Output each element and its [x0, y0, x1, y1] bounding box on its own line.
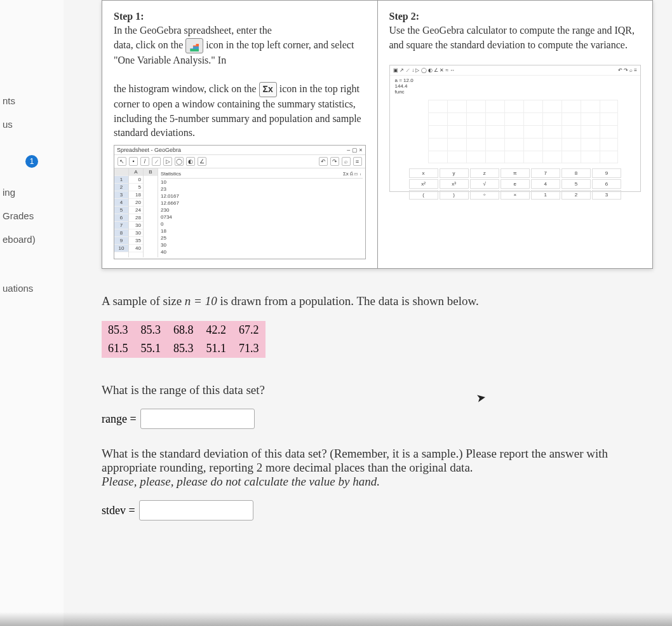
key: y: [440, 168, 469, 178]
stats-header: Statistics: [161, 171, 181, 177]
sidebar-item-ing[interactable]: ing: [0, 180, 64, 204]
stat-row: 10: [161, 179, 363, 186]
data-cell: 51.1: [200, 339, 233, 358]
key: √: [470, 179, 499, 189]
key: 7: [531, 168, 560, 178]
bottom-gradient: [0, 612, 672, 626]
stat-row: 0734: [161, 214, 363, 221]
stat-row: 18: [161, 228, 363, 235]
calc-line: a = 12.0: [395, 78, 636, 83]
data-cell: 85.3: [102, 321, 135, 339]
steps-box: Step 1: In the GeoGebra spreadsheet, ent…: [102, 0, 653, 269]
q2-text: What is the standard deviation of this d…: [102, 447, 608, 474]
step2-title: Step 2:: [389, 11, 420, 22]
intro-b: is drawn from a population. The data is …: [217, 294, 479, 308]
cell: 18: [129, 191, 143, 199]
cell: 30: [129, 229, 143, 237]
mini-toolbar: ↖ • / ⟋ ▷ ◯ ◐ ∠ ↶ ↷ ⌕ ≡: [114, 155, 365, 168]
data-cell: 61.5: [102, 339, 135, 358]
rownum: 6: [114, 214, 128, 222]
stdev-label: stdev =: [102, 504, 135, 517]
cell: 40: [129, 245, 143, 252]
key: π: [501, 168, 530, 178]
stat-row: 0: [161, 221, 363, 228]
cell: 0: [129, 176, 143, 184]
cell: 20: [129, 199, 143, 207]
rownum: 10: [114, 245, 128, 252]
rownum: 3: [114, 191, 128, 199]
poly-tool-icon: ▷: [163, 157, 172, 166]
cell: 5: [129, 184, 143, 191]
pointer-tool-icon: ↖: [118, 157, 126, 166]
key: ): [440, 190, 469, 200]
rownum: 5: [114, 207, 128, 214]
cell: 35: [129, 237, 143, 245]
step1-title: Step 1:: [114, 11, 144, 22]
rownum: 4: [114, 199, 128, 207]
problem-intro: A sample of size n = 10 is drawn from a …: [102, 294, 653, 308]
key: 4: [531, 179, 560, 189]
step1-text-b: data, click on the: [114, 39, 185, 50]
key: 2: [561, 190, 591, 200]
stat-row: 23: [161, 186, 363, 193]
question-1: What is the range of this data set?: [102, 383, 653, 397]
stat-row: 230: [161, 207, 363, 214]
circle-tool-icon: ◯: [175, 157, 184, 166]
key: ×: [501, 190, 530, 200]
calc-toolbar-left: ▣ ↗ ⟋ ↓ ▷ ◯ ◐ ∠ ✕ ≈ ↔: [393, 67, 455, 73]
main-content: Step 1: In the GeoGebra spreadsheet, ent…: [64, 0, 672, 626]
data-cell: 85.3: [135, 321, 168, 339]
key: x³: [440, 179, 469, 189]
key: z: [470, 168, 499, 178]
ellipse-tool-icon: ◐: [186, 157, 195, 166]
angle-tool-icon: ∠: [198, 157, 206, 166]
n-equation: n = 10: [185, 294, 217, 308]
sidebar-item-nts[interactable]: nts: [0, 89, 64, 112]
window-controls: – ▢ ×: [347, 147, 362, 153]
key: 6: [592, 179, 621, 189]
key: e: [501, 179, 530, 189]
calc-keyboard: x y z π 7 8 9 x² x³ √ e 4 5 6 ( ) ÷: [390, 167, 641, 201]
key: 5: [561, 179, 591, 189]
cell: 24: [129, 207, 143, 214]
search-icon: ⌕: [342, 157, 351, 166]
rownum: 9: [114, 237, 128, 245]
key: ÷: [470, 190, 499, 200]
stat-row: 25: [161, 235, 363, 242]
cell: 30: [129, 222, 143, 229]
graph-grid: [428, 100, 619, 163]
data-cell: 71.3: [232, 339, 265, 358]
geogebra-spreadsheet-screenshot: Spreadsheet - GeoGebra – ▢ × ↖ • / ⟋ ▷ ◯…: [114, 145, 366, 259]
stdev-input[interactable]: [139, 500, 253, 521]
sidebar-item-us[interactable]: us: [0, 112, 64, 136]
sidebar-item-grades[interactable]: Grades: [0, 204, 64, 228]
step1-text-a: In the GeoGebra spreadsheet, enter the: [114, 25, 272, 36]
data-table: 85.3 85.3 68.8 42.2 67.2 61.5 55.1 85.3 …: [102, 321, 265, 358]
data-cell: 42.2: [200, 321, 233, 339]
key: (: [409, 190, 438, 200]
sidebar-item-eboard[interactable]: eboard): [0, 228, 64, 251]
segment-tool-icon: ⟋: [152, 157, 161, 166]
key: 3: [592, 190, 621, 200]
cell: 28: [129, 214, 143, 222]
stat-row: 12.0167: [161, 193, 363, 200]
data-cell: 55.1: [135, 339, 168, 358]
range-input[interactable]: [140, 409, 255, 429]
range-label: range =: [102, 412, 137, 426]
geogebra-calculator-screenshot: ▣ ↗ ⟋ ↓ ▷ ◯ ◐ ∠ ✕ ≈ ↔ ↶ ↷ ⌕ ≡ a = 12.0 1…: [389, 65, 642, 192]
calc-toolbar-right: ↶ ↷ ⌕ ≡: [618, 67, 637, 73]
point-tool-icon: •: [129, 157, 138, 166]
key: x²: [409, 179, 438, 189]
sidebar-item-uations[interactable]: uations: [0, 276, 64, 300]
mini-title: Spreadsheet - GeoGebra: [117, 147, 181, 153]
notification-badge[interactable]: 1: [25, 155, 38, 168]
step-1-column: Step 1: In the GeoGebra spreadsheet, ent…: [102, 1, 378, 268]
step1-text-d: the histogram window, click on the: [114, 83, 259, 94]
redo-icon: ↷: [330, 157, 339, 166]
stat-row: 40: [161, 248, 363, 255]
sidebar: nts us 1 ing Grades eboard) uations: [0, 0, 64, 626]
col-b-header: B: [144, 168, 158, 176]
q2-note: Please, please, please do not calculate …: [102, 475, 380, 488]
step2-text: Use the GeoGebra calculator to compute t…: [389, 25, 635, 50]
menu-icon: ≡: [353, 157, 362, 166]
